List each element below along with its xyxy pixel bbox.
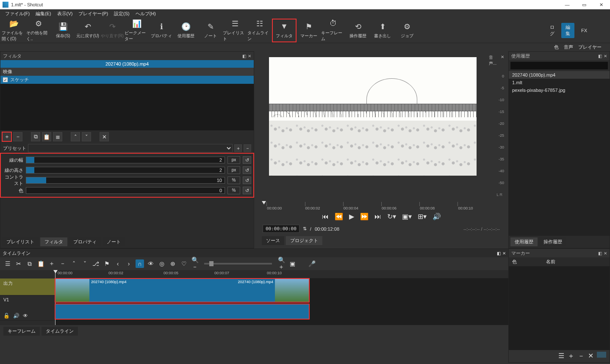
tl-snap-button[interactable]: ∩ — [136, 259, 144, 268]
paste-filter-button[interactable]: 📋 — [42, 132, 51, 141]
tab-playlist[interactable]: プレイリスト — [2, 237, 39, 246]
unit-line-width[interactable]: px — [227, 156, 240, 164]
marker-col-name[interactable]: 名前 — [543, 257, 559, 266]
reset-contrast[interactable]: ↺ — [243, 176, 251, 184]
move-up-button[interactable]: ˄ — [71, 132, 80, 141]
timeline-ruler[interactable]: 00:00:00 00:00:02 00:00:05 00:00:07 00:0… — [55, 270, 508, 279]
grid-button[interactable]: ⊞▾ — [418, 212, 427, 221]
meter-close-icon[interactable]: ✕ — [501, 55, 504, 66]
marker-menu-button[interactable]: ☰ — [558, 352, 564, 361]
panel-close-icon[interactable]: ✕ — [502, 251, 506, 256]
menu-file[interactable]: ファイル(F) — [3, 10, 32, 18]
menu-view[interactable]: 表示(V) — [55, 10, 75, 18]
open-other-button[interactable]: ⚙その他を開く.. — [26, 19, 51, 42]
preset-select[interactable] — [28, 144, 233, 152]
timeline-tracks[interactable]: 00:00:00 00:00:02 00:00:05 00:00:07 00:0… — [55, 270, 508, 325]
tab-fx[interactable]: FX — [577, 27, 591, 34]
hide-icon[interactable]: 👁 — [23, 313, 28, 319]
reset-line-width[interactable]: ↺ — [243, 156, 251, 164]
tl-next-button[interactable]: › — [125, 260, 133, 267]
history-search-input[interactable] — [510, 62, 608, 69]
stack-filter-button[interactable]: ≣ — [53, 132, 62, 141]
properties-button[interactable]: ℹプロパティ — [149, 19, 174, 42]
tab-timeline-bottom[interactable]: タイムライン — [42, 327, 78, 336]
keyframes-button[interactable]: ⏱キーフレーム — [321, 19, 346, 42]
tl-ripple-markers-button[interactable]: ♡ — [180, 260, 188, 267]
panel-close-icon[interactable]: ✕ — [248, 54, 251, 58]
tl-cut-button[interactable]: ✂ — [14, 260, 23, 267]
remove-filter-button[interactable]: － — [13, 132, 22, 141]
timeline-clip[interactable]: 202740 (1080p).mp4 202740 (1080p).mp4 — [55, 279, 309, 302]
filter-checkbox[interactable]: ✓ — [3, 77, 8, 82]
export-button[interactable]: ⬆書き出し — [370, 19, 395, 42]
marker-button[interactable]: ⚑マーカー — [297, 19, 321, 42]
minimize-button[interactable]: — — [561, 2, 574, 8]
tl-prev-button[interactable]: ‹ — [114, 260, 122, 267]
marker-clear-button[interactable]: ✕ — [588, 352, 593, 361]
move-down-button[interactable]: ˅ — [82, 132, 91, 141]
menu-player[interactable]: プレイヤー(P) — [76, 10, 111, 18]
unit-line-height[interactable]: px — [227, 166, 240, 174]
tl-zoom-fit-button[interactable]: ▣ — [288, 260, 297, 267]
marker-col-color[interactable]: 色 — [509, 257, 543, 266]
rewind-button[interactable]: ⏪ — [335, 212, 343, 221]
history-item[interactable]: pexels-pixabay-67857.jpg — [509, 86, 610, 94]
history-item[interactable]: 1.mlt — [509, 79, 610, 86]
playhead-icon[interactable] — [262, 201, 266, 204]
slider-line-height[interactable]: 2 — [26, 167, 225, 174]
reset-color[interactable]: ↺ — [243, 187, 251, 194]
tab-player[interactable]: プレイヤー — [578, 44, 602, 50]
marker-remove-button[interactable]: － — [578, 352, 585, 361]
panel-close-icon[interactable]: ✕ — [604, 54, 607, 58]
history-item[interactable]: 202740 (1080p).mp4 — [509, 71, 610, 79]
tab-properties[interactable]: プロパティ — [69, 237, 101, 246]
menu-help[interactable]: ヘルプ(H) — [133, 10, 158, 18]
timeline-button[interactable]: ☷タイムライン — [247, 19, 272, 42]
close-button[interactable]: ✕ — [595, 2, 607, 8]
preset-remove-button[interactable]: － — [244, 144, 251, 152]
track-v1[interactable]: V1 🔓🔊👁 — [0, 295, 55, 321]
video-preview[interactable] — [269, 57, 477, 176]
volume-button[interactable]: 🔊 — [433, 212, 441, 221]
tab-audio[interactable]: 音声 — [564, 44, 573, 50]
filter-item-sketch[interactable]: ✓ スケッチ — [0, 76, 254, 84]
slider-line-width[interactable]: 2 — [26, 157, 225, 163]
playlist-button[interactable]: ☰プレイリスト — [223, 19, 247, 42]
menu-edit[interactable]: 編集(E) — [33, 10, 54, 18]
tl-zoom-slider[interactable] — [204, 263, 272, 265]
tl-ripple-button[interactable]: ◎ — [158, 260, 166, 267]
tab-notes[interactable]: ノート — [103, 237, 125, 246]
loop-button[interactable]: ↻▾ — [387, 212, 396, 221]
tab-keyframes-bottom[interactable]: キーフレーム — [3, 327, 40, 336]
tab-color[interactable]: 色 — [554, 44, 559, 50]
timeline-clip-audio[interactable] — [55, 304, 309, 319]
preset-add-button[interactable]: ＋ — [234, 144, 242, 152]
maximize-button[interactable]: ▭ — [578, 2, 591, 8]
tl-paste-button[interactable]: 📋 — [36, 260, 45, 267]
lock-icon[interactable]: 🔓 — [3, 313, 10, 319]
panel-float-icon[interactable]: ◧ — [598, 54, 602, 58]
skip-end-button[interactable]: ⏭ — [374, 213, 381, 221]
tl-marker-button[interactable]: ⚑ — [103, 260, 111, 267]
timecode-spinner[interactable]: ⇅ — [303, 226, 307, 232]
panel-close-icon[interactable]: ✕ — [604, 251, 607, 256]
tl-lift-button[interactable]: ˄ — [69, 260, 78, 267]
skip-start-button[interactable]: ⏮ — [322, 213, 329, 221]
tab-ops-history[interactable]: 操作履歴 — [539, 237, 566, 246]
tl-record-button[interactable]: 🎤 — [308, 260, 316, 267]
tab-filter[interactable]: フィルタ — [40, 237, 67, 246]
play-button[interactable]: ▶ — [349, 212, 354, 221]
undo-button[interactable]: ↶元に戻す(U) — [75, 19, 100, 42]
open-button[interactable]: 📂ファイルを開く(O) — [2, 19, 26, 42]
jobs-button[interactable]: ⚙ジョブ — [395, 19, 419, 42]
tab-edit[interactable]: 編集 — [561, 23, 574, 38]
recent-button[interactable]: 🕑使用履歴 — [174, 19, 198, 42]
reset-line-height[interactable]: ↺ — [243, 166, 251, 174]
preview-ruler[interactable]: 00:00:00 00:00:02 00:00:04 00:00:06 00:0… — [262, 202, 501, 210]
slider-contrast[interactable]: 10 — [26, 177, 225, 184]
redo-button[interactable]: ↷やり直す(R) — [100, 19, 125, 42]
panel-float-icon[interactable]: ◧ — [598, 251, 602, 256]
history-button[interactable]: ⟲操作履歴 — [346, 19, 370, 42]
peak-meter-button[interactable]: 📊ピークメーター — [125, 19, 149, 42]
tl-menu-button[interactable]: ☰ — [3, 260, 12, 267]
